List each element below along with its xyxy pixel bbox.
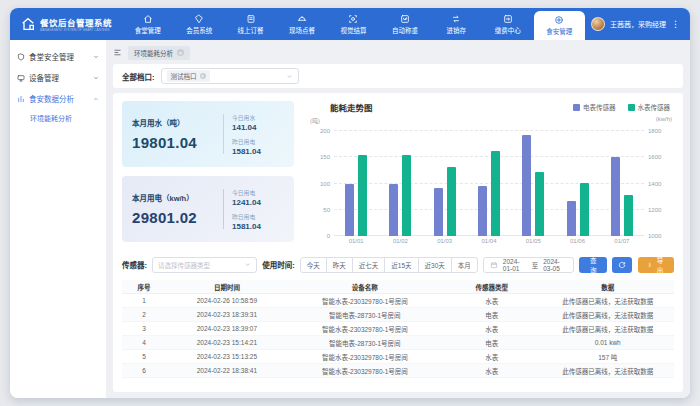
nav-item-label: 食堂管理 xyxy=(135,25,161,35)
user-area[interactable]: 王茜茜，采购经理 ⋮ xyxy=(585,8,690,40)
search-button-label: 查询 xyxy=(588,255,598,275)
inventory-icon xyxy=(451,14,461,24)
table-cell: 3 xyxy=(122,325,166,332)
stat-card-water: 本月用水（吨） 19801.04 今日用水 141.04 昨日用电 xyxy=(122,101,294,167)
table-cell: 2024-02-23 18:39:07 xyxy=(166,325,287,332)
bar xyxy=(624,195,633,236)
sidebar-subitem-2-0[interactable]: 环境能耗分析 xyxy=(10,109,106,127)
bar xyxy=(522,135,531,236)
chevron-up-icon xyxy=(93,96,99,102)
stat-water-title: 本月用水（吨） xyxy=(132,117,215,128)
time-button-4[interactable]: 近30天 xyxy=(418,257,452,273)
nav-item-1[interactable]: 会员系统 xyxy=(173,8,224,40)
sensor-select[interactable]: 请选择传感器类型 xyxy=(152,257,257,273)
header-nav: 食堂管理会员系统线上订餐现场点餐视觉结算自动称重进销存缴费中心食安管理 xyxy=(122,8,585,40)
avatar[interactable] xyxy=(591,17,605,31)
bar xyxy=(358,155,367,236)
calendar-icon xyxy=(490,261,498,269)
nav-item-8[interactable]: 食安管理 xyxy=(534,11,585,40)
legend-item-1[interactable]: 水表传感器 xyxy=(628,102,671,112)
table-cell: 2024-02-23 18:39:31 xyxy=(166,311,287,318)
nav-item-label: 食安管理 xyxy=(546,26,572,36)
nav-item-0[interactable]: 食堂管理 xyxy=(122,8,173,40)
sidebar-item-label: 食安数据分析 xyxy=(29,93,74,104)
nav-item-6[interactable]: 进销存 xyxy=(431,8,482,40)
table-cell: 水表 xyxy=(442,296,541,306)
refresh-button[interactable] xyxy=(612,257,632,273)
x-axis-label: 01/06 xyxy=(570,238,585,247)
nav-item-2[interactable]: 线上订餐 xyxy=(225,8,276,40)
legend-swatch xyxy=(628,104,635,111)
stall-tag: 测试档口 × xyxy=(167,70,210,82)
sidebar-item-1[interactable]: 设备管理 xyxy=(10,67,106,88)
time-button-5[interactable]: 本月 xyxy=(451,257,478,273)
sidebar-item-2[interactable]: 食安数据分析 xyxy=(10,88,106,109)
table-header-cell: 序号 xyxy=(122,282,166,292)
table-header-cell: 传感器类型 xyxy=(442,282,541,292)
table-cell: 电表 xyxy=(442,338,541,348)
vision-checkout-icon xyxy=(348,14,358,24)
tab-env-energy[interactable]: 环境能耗分析 × xyxy=(128,46,190,60)
chart-legend: 电表传感器水表传感器 xyxy=(573,102,674,112)
stall-select[interactable]: 测试档口 × xyxy=(161,68,299,84)
date-range-picker[interactable]: 2024-01-01 至 2024-03-05 xyxy=(483,257,574,273)
table-cell: 2024-02-23 15:14:21 xyxy=(166,339,287,346)
x-axis-label: 01/05 xyxy=(526,238,541,247)
table-cell: 此传感器已离线，无法获取数据 xyxy=(542,310,674,320)
bar-group-01/05 xyxy=(522,131,544,236)
bars-layer xyxy=(334,131,644,236)
nav-item-7[interactable]: 缴费中心 xyxy=(482,8,533,40)
sidebar-item-0[interactable]: 食堂安全管理 xyxy=(10,46,106,67)
food-safety-icon xyxy=(554,15,564,25)
nav-item-label: 现场点餐 xyxy=(289,25,315,35)
nav-item-4[interactable]: 视觉结算 xyxy=(328,8,379,40)
table-row: 62024-02-22 18:38:41智能水表-230329780-1号房间水… xyxy=(122,364,674,378)
kebab-menu-icon[interactable]: ⋮ xyxy=(671,20,680,29)
nav-item-label: 缴费中心 xyxy=(495,25,521,35)
table-cell: 智能电表-28730-1号房间 xyxy=(288,310,443,320)
download-icon xyxy=(647,261,652,268)
tab-close-icon[interactable]: × xyxy=(177,49,184,56)
sidebar: 食堂安全管理设备管理食安数据分析环境能耗分析 xyxy=(10,40,106,398)
date-start[interactable]: 2024-01-01 xyxy=(503,258,527,272)
legend-item-0[interactable]: 电表传感器 xyxy=(573,102,616,112)
bar-group-01/03 xyxy=(434,131,456,236)
bar xyxy=(491,151,500,236)
search-button[interactable]: 查询 xyxy=(579,257,607,273)
collapse-sidebar-icon[interactable] xyxy=(113,48,122,57)
table-header-row: 序号日期时间设备名称传感器类型数据 xyxy=(122,280,674,294)
energy-trend-chart: 能耗走势图 电表传感器水表传感器 (吨) (kw/h) 050100150200… xyxy=(308,101,674,247)
time-button-3[interactable]: 近15天 xyxy=(384,257,418,273)
table-cell: 0.01 kwh xyxy=(542,339,674,346)
right-tick-label: 1000 xyxy=(648,233,661,239)
table-cell: 2024-02-22 18:38:41 xyxy=(166,367,287,374)
date-end[interactable]: 2024-03-05 xyxy=(543,258,567,272)
chart-title: 能耗走势图 xyxy=(330,101,373,113)
logo-icon xyxy=(20,16,36,32)
export-button[interactable]: 导出 xyxy=(638,257,675,273)
nav-item-label: 自动称重 xyxy=(392,25,418,35)
stat-side-label: 昨日用电 xyxy=(232,137,284,146)
table-row: 22024-02-23 18:39:31智能电表-28730-1号房间电表此传感… xyxy=(122,308,674,322)
bar xyxy=(447,167,456,236)
dashboard-card: 本月用水（吨） 19801.04 今日用水 141.04 昨日用电 xyxy=(113,93,683,392)
legend-label: 电表传感器 xyxy=(583,102,616,112)
stall-tag-remove-icon[interactable]: × xyxy=(200,73,206,79)
bar xyxy=(345,184,354,237)
time-button-2[interactable]: 近七天 xyxy=(352,257,386,273)
time-button-1[interactable]: 昨天 xyxy=(326,257,353,273)
stat-side-label: 今日用水 xyxy=(232,113,284,122)
auto-weigh-icon xyxy=(400,14,410,24)
table-cell: 智能水表-230329780-1号房间 xyxy=(288,296,443,306)
nav-item-5[interactable]: 自动称重 xyxy=(379,8,430,40)
left-tick-label: 150 xyxy=(320,154,330,160)
nav-item-3[interactable]: 现场点餐 xyxy=(276,8,327,40)
stat-side-value: 141.04 xyxy=(232,123,284,132)
legend-label: 水表传感器 xyxy=(638,102,671,112)
time-button-0[interactable]: 今天 xyxy=(300,257,327,273)
query-filter-row: 传感器: 请选择传感器类型 使用时间: 今天昨天近七天近15天近30天本月 20… xyxy=(122,256,674,273)
stat-water-value: 19801.04 xyxy=(132,134,215,151)
stat-side-label: 昨日用电 xyxy=(232,212,284,221)
bar xyxy=(580,183,589,236)
table-row: 42024-02-23 15:14:21智能电表-28730-1号房间电表0.0… xyxy=(122,336,674,350)
